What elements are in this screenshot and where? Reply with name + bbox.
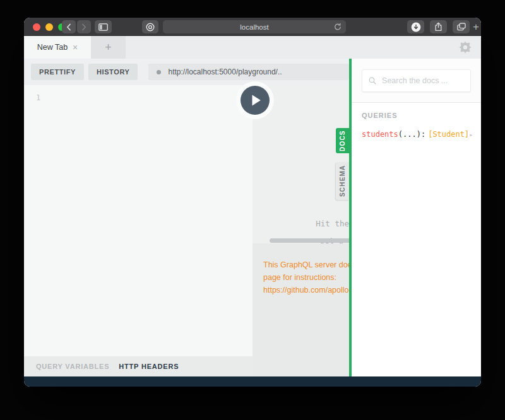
docs-search-input[interactable] [382, 76, 464, 85]
docs-side-tab[interactable]: DOCS [336, 128, 349, 153]
sidebar-icon [98, 23, 108, 31]
editor-footer-bar: QUERY VARIABLES HTTP HEADERS [24, 356, 252, 376]
query-field-name: students [362, 130, 398, 139]
notice-line-3: https://github.com/apollogr [263, 284, 349, 296]
tab-close-icon[interactable]: × [73, 43, 78, 52]
download-icon [411, 22, 421, 32]
minimize-window-button[interactable] [45, 23, 53, 31]
prettify-button[interactable]: PRETTIFY [31, 64, 84, 80]
endpoint-url-field[interactable]: http://localhost:5000/playground/.. [148, 64, 349, 80]
query-return-type: [Student] [428, 130, 469, 139]
gear-icon [459, 41, 472, 54]
downloads-button[interactable] [407, 20, 424, 33]
endpoint-status-icon [157, 70, 161, 74]
queries-section-title: QUERIES [362, 112, 471, 119]
settings-button[interactable] [459, 41, 472, 54]
sidebar-toggle-button[interactable] [95, 20, 112, 33]
playground-tab[interactable]: New Tab × [24, 36, 91, 59]
chevron-left-icon [66, 23, 72, 31]
run-query-button[interactable] [236, 81, 274, 119]
query-list-item[interactable]: students(...):[Student] ▸ [352, 130, 481, 139]
editor-line-number: 1 [24, 85, 252, 102]
query-variables-tab[interactable]: QUERY VARIABLES [36, 363, 109, 370]
query-args: (...) [398, 130, 421, 139]
address-bar[interactable]: localhost [163, 20, 346, 33]
browser-toolbar: localhost + [24, 18, 481, 36]
chevron-right-icon [81, 23, 87, 31]
share-button[interactable] [430, 20, 447, 33]
search-icon [369, 76, 376, 85]
page-footer-bar [24, 376, 481, 387]
browser-window: localhost + New Tab × + PRETTIFY [24, 18, 481, 387]
schema-side-tab[interactable]: SCHEMA [336, 162, 349, 200]
reload-button[interactable] [334, 23, 342, 32]
notice-line-2: page for instructions: [263, 271, 349, 284]
extension-button[interactable] [142, 20, 158, 33]
play-icon [251, 94, 262, 107]
play-circle [241, 86, 270, 115]
notice-line-1: This GraphQL server doesn [263, 259, 349, 271]
hint-line-1: Hit the [252, 215, 349, 232]
docs-search-area [352, 59, 481, 103]
reload-icon [334, 23, 342, 31]
close-window-button[interactable] [33, 23, 40, 31]
password-manager-icon [146, 23, 155, 32]
query-colon: : [421, 130, 425, 139]
playground-tab-bar: New Tab × + [24, 36, 481, 59]
share-icon [434, 22, 443, 32]
playground-body: PRETTIFY HISTORY http://localhost:5000/p… [24, 59, 481, 376]
query-editor[interactable]: 1 QUERY VARIABLES HTTP HEADERS [24, 85, 252, 376]
chevron-right-icon: ▸ [469, 131, 473, 138]
forward-button[interactable] [77, 20, 91, 33]
tabs-icon [457, 23, 466, 31]
new-window-tab-button[interactable]: + [471, 20, 481, 33]
history-button[interactable]: HISTORY [88, 64, 138, 80]
docs-search-box[interactable] [362, 69, 471, 92]
endpoint-url-text: http://localhost:5000/playground/.. [168, 67, 282, 76]
playground-tab-title: New Tab [37, 43, 68, 52]
docs-panel: DOCS SCHEMA QUERIES students(...):[Stude… [349, 59, 481, 376]
tab-overview-button[interactable] [453, 20, 470, 33]
address-bar-url: localhost [240, 23, 268, 31]
http-headers-tab[interactable]: HTTP HEADERS [119, 363, 179, 370]
back-button[interactable] [62, 20, 76, 33]
new-playground-tab-button[interactable]: + [91, 36, 126, 59]
subscriptions-notice-text: This GraphQL server doesn page for instr… [263, 259, 349, 296]
